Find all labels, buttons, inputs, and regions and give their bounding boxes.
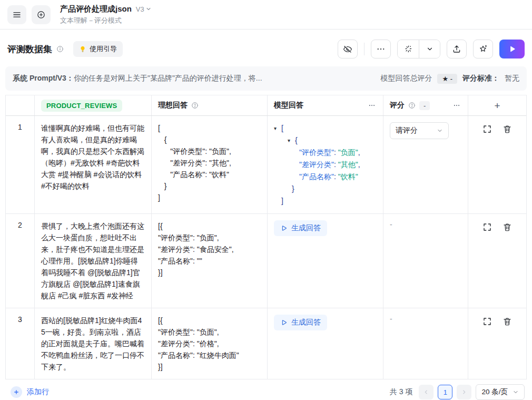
row-actions — [468, 308, 526, 379]
review-cell[interactable]: 谁懂啊真的好难喝，但也有可能有人喜欢喝，但是真的好难喝啊，我真的只是想买个东西解… — [35, 116, 152, 213]
expand-row-button[interactable] — [482, 317, 492, 326]
review-text: 谁懂啊真的好难喝，但也有可能有人喜欢喝，但是真的好难喝啊，我真的只是想买个东西解… — [41, 122, 145, 192]
model-answer-cell[interactable]: 生成回答 — [268, 214, 383, 308]
generate-answer-button[interactable]: 生成回答 — [274, 315, 327, 330]
star-plus-icon — [478, 44, 488, 54]
system-prompt-bar[interactable]: 系统 Prompt/V3：你的任务是对网上关于"某品牌"产品的评价进行处理，将.… — [5, 66, 527, 91]
table-header: PRODUCT_REVIEWS 理想回答 模型回答 评分 - + — [6, 95, 526, 116]
plus-icon — [11, 386, 22, 398]
criteria-label: 评分标准： — [462, 74, 499, 83]
expand-icon — [482, 317, 492, 326]
delete-row-button[interactable] — [503, 124, 512, 134]
prompt-bar-right: 模型回答总评分 ★ - 评分标准： 暂无 — [380, 74, 519, 84]
score-column-header: 评分 - — [383, 95, 468, 115]
toolbar-divider — [364, 43, 364, 55]
page-1-button[interactable]: 1 — [438, 385, 452, 399]
model-answer-header: 模型回答 — [268, 95, 383, 115]
model-answer-cell[interactable]: 生成回答 — [268, 308, 383, 379]
play-icon — [507, 44, 517, 54]
review-column-header: PRODUCT_REVIEWS — [35, 95, 152, 115]
plus-circle-icon — [36, 10, 46, 19]
auto-evaluate-dropdown[interactable] — [419, 40, 440, 58]
new-item-button[interactable] — [32, 5, 51, 24]
model-answer-cell[interactable]: ▾[▾{"评价类型": "负面","差评分类": "其他","产品名称": "饮… — [268, 116, 383, 213]
help-icon[interactable] — [191, 102, 199, 109]
usage-guide-label: 使用引导 — [90, 44, 117, 54]
score-column-more-button[interactable] — [452, 101, 461, 110]
auto-evaluate-button[interactable] — [398, 40, 419, 58]
table-row: 3西站的[脱敏品牌1]红烧牛肉面45一碗，好贵。到南京啦，酒店的正对面就是夫子庙… — [6, 308, 526, 379]
chevron-down-icon — [145, 6, 152, 12]
ellipsis-icon — [376, 44, 386, 54]
collapse-toggle[interactable]: ▾ — [274, 122, 281, 134]
magic-sparkle-icon — [403, 44, 413, 54]
generate-answer-button[interactable]: 生成回答 — [274, 220, 327, 236]
score-average-badge: - — [419, 101, 430, 110]
model-column-more-button[interactable] — [367, 101, 377, 110]
page-size-label: 20 条/页 — [481, 387, 508, 397]
row-number: 3 — [6, 308, 35, 379]
review-column-tag[interactable]: PRODUCT_REVIEWS — [41, 100, 122, 112]
trash-icon — [503, 317, 512, 326]
json-line: } — [274, 183, 377, 195]
score-cell: - — [383, 308, 468, 379]
expand-row-button[interactable] — [482, 124, 492, 134]
score-select-placeholder: 请评分 — [396, 126, 418, 135]
version-label: V3 — [136, 5, 144, 13]
generate-answer-label: 生成回答 — [291, 223, 321, 233]
total-score-label: 模型回答总评分 — [380, 74, 432, 83]
info-icon[interactable] — [56, 45, 64, 53]
auto-evaluate-split-button — [397, 40, 440, 58]
chevron-down-icon — [426, 45, 434, 53]
trash-icon — [503, 124, 512, 134]
hide-column-button[interactable] — [338, 40, 358, 58]
table-body: 1谁懂啊真的好难喝，但也有可能有人喜欢喝，但是真的好难喝啊，我真的只是想买个东西… — [6, 116, 526, 379]
bulb-icon — [79, 45, 86, 53]
criteria-value: 暂无 — [505, 74, 519, 83]
ideal-answer-cell[interactable]: [{ "评价类型": "负面", "差评分类": "食品安全", "产品名称":… — [152, 214, 268, 308]
favorite-button[interactable] — [473, 40, 493, 58]
score-empty-value: - — [390, 220, 392, 229]
chevron-right-icon — [461, 389, 467, 395]
json-line: "差评分类": "其他", — [274, 159, 377, 171]
prev-page-button[interactable] — [419, 385, 434, 399]
row-number: 1 — [6, 116, 35, 213]
row-number: 2 — [6, 214, 35, 308]
delete-row-button[interactable] — [503, 222, 512, 232]
app-header: 产品评价处理成json V3 文本理解－评分模式 — [0, 0, 532, 30]
usage-guide-button[interactable]: 使用引导 — [73, 41, 123, 57]
version-selector[interactable]: V3 — [136, 5, 152, 13]
review-text: 西站的[脱敏品牌1]红烧牛肉面45一碗，好贵。到南京啦，酒店的正对面就是夫子庙。… — [41, 315, 145, 373]
chevron-down-icon — [437, 128, 443, 134]
json-line: "产品名称": "饮料" — [274, 171, 377, 183]
model-answer-json: ▾[▾{"评价类型": "负面","差评分类": "其他","产品名称": "饮… — [274, 122, 377, 207]
evaluation-table: PRODUCT_REVIEWS 理想回答 模型回答 评分 - + 1谁懂啊真的好… — [5, 95, 527, 379]
score-cell: 请评分 — [383, 116, 468, 213]
chevron-left-icon — [423, 389, 429, 395]
review-cell[interactable]: 畏惧了，大晚上煮个泡面还有这么大一块蛋白质，想吐吐不出来，肚子疼也不知道是生理还… — [35, 214, 152, 308]
upload-button[interactable] — [447, 40, 467, 58]
help-icon[interactable] — [408, 102, 416, 109]
collapse-toggle[interactable]: ▾ — [288, 134, 295, 147]
ideal-answer-cell[interactable]: [{ "评价类型": "负面", "差评分类": "价格", "产品名称": "… — [152, 308, 268, 379]
add-column-header: + — [468, 95, 526, 115]
expand-row-button[interactable] — [482, 222, 492, 232]
add-row-button[interactable]: 添加行 — [7, 386, 52, 398]
review-cell[interactable]: 西站的[脱敏品牌1]红烧牛肉面45一碗，好贵。到南京啦，酒店的正对面就是夫子庙。… — [35, 308, 152, 379]
page-size-select[interactable]: 20 条/页 — [476, 384, 525, 400]
table-footer: 添加行 共 3 项 1 20 条/页 — [0, 379, 532, 400]
section-title: 评测数据集 — [7, 43, 52, 55]
generate-answer-label: 生成回答 — [291, 318, 321, 327]
play-outline-icon — [280, 225, 288, 232]
next-page-button[interactable] — [457, 385, 471, 399]
more-actions-button[interactable] — [371, 40, 391, 58]
delete-row-button[interactable] — [503, 317, 512, 326]
json-line: "评价类型": "负面", — [274, 147, 377, 159]
review-text: 畏惧了，大晚上煮个泡面还有这么大一块蛋白质，想吐吐不出来，肚子疼也不知道是生理还… — [41, 220, 145, 301]
add-column-button[interactable]: + — [491, 100, 503, 111]
eye-off-icon — [343, 44, 352, 54]
run-evaluation-button[interactable] — [499, 40, 525, 58]
menu-button[interactable] — [7, 5, 26, 24]
score-select[interactable]: 请评分 — [390, 122, 449, 139]
ideal-answer-cell[interactable]: [ { "评价类型": "负面", "差评分类": "其他", "产品名称": … — [152, 116, 268, 213]
